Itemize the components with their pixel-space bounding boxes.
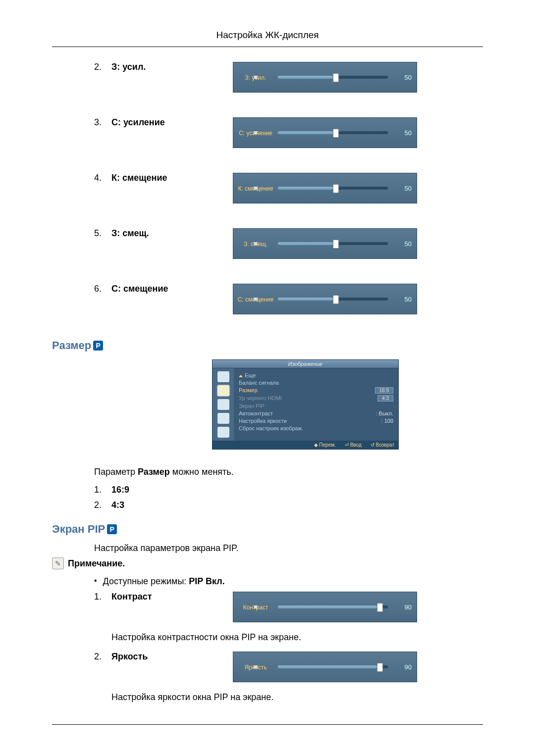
arrow-up-icon: [239, 375, 243, 377]
slider-track[interactable]: [278, 187, 388, 190]
slider-thumb[interactable]: [333, 184, 339, 193]
pip-brightness-desc: Настройка яркости окна PIP на экране.: [111, 692, 483, 703]
osd-footer-return: ↺ Возврат: [371, 442, 394, 448]
osd-icon-4[interactable]: [217, 427, 229, 438]
osd-icon-0[interactable]: [217, 371, 229, 382]
arrow-down-icon: [253, 187, 258, 190]
slider-value: 50: [397, 74, 412, 81]
slider-panel-s-smeshenie: С: смещение 50: [233, 284, 417, 314]
osd-menu-footer: ◆ Перем. ⏎ Ввод ↺ Возврат: [213, 441, 398, 449]
osd-menu-title: Изображение: [213, 360, 398, 368]
slider-panel-contrast: Контраст 90: [233, 592, 417, 622]
pip-intro-text: Настройка параметров экрана PIP.: [94, 543, 483, 554]
slider-fill: [278, 187, 333, 190]
osd-menu-item-reset[interactable]: Сброс настроек изображ.: [239, 425, 393, 431]
slider-thumb[interactable]: [333, 129, 339, 138]
pip-item-contrast-label: Контраст: [111, 592, 152, 602]
slider-track[interactable]: [278, 298, 388, 301]
bullet-icon: •: [94, 576, 97, 587]
osd-menu-item-autocontrast[interactable]: Автоконтраст: Выкл.: [239, 410, 393, 416]
arrow-down-icon: [253, 665, 258, 668]
item-number: 2.: [94, 62, 111, 72]
slider-thumb[interactable]: [377, 603, 383, 612]
slider-track[interactable]: [278, 605, 388, 608]
slider-thumb[interactable]: [333, 73, 339, 82]
osd-menu-item-pip[interactable]: Экран PIP: [239, 403, 393, 409]
divider-bottom: [52, 724, 483, 725]
page-header-title: Настройка ЖК-дисплея: [52, 30, 483, 41]
pip-modes: Доступные режимы: PIP Вкл.: [103, 576, 225, 587]
item-number: 1.: [94, 592, 111, 602]
item-number: 6.: [94, 284, 111, 294]
osd-footer-move: ◆ Перем.: [314, 442, 336, 448]
osd-icon-3[interactable]: [217, 413, 229, 424]
item-number: 2.: [94, 652, 111, 662]
slider-value: 90: [397, 663, 412, 671]
slider-fill: [278, 242, 333, 245]
size-option-1: 16:9: [111, 485, 129, 495]
slider-panel-s-usilenie: С: усиление 50: [233, 117, 417, 148]
slider-thumb[interactable]: [377, 663, 383, 672]
arrow-down-icon: [253, 242, 258, 245]
arrow-down-icon: [253, 76, 258, 79]
slider-track[interactable]: [278, 76, 388, 79]
slider-track[interactable]: [278, 242, 388, 245]
section-title-pip: Экран PIP P: [52, 523, 483, 536]
osd-icon-2[interactable]: [217, 399, 229, 410]
arrow-down-icon: [253, 605, 258, 608]
osd-menu-panel: Изображение Еще Баланс сигнала Размер16:…: [212, 359, 399, 450]
slider-fill: [278, 605, 377, 608]
slider-panel-brightness: Яркость 90: [233, 652, 417, 682]
slider-fill: [278, 298, 333, 301]
slider-panel-k-smeshenie: К: смещение 50: [233, 173, 417, 203]
slider-fill: [278, 131, 333, 134]
item-number: 2.: [94, 500, 111, 510]
item-number: 3.: [94, 117, 111, 128]
osd-footer-enter: ⏎ Ввод: [345, 442, 362, 448]
slider-value: 50: [397, 185, 412, 192]
slider-fill: [278, 665, 377, 668]
item-number: 1.: [94, 485, 111, 495]
slider-track[interactable]: [278, 665, 388, 668]
note-label: Примечание.: [68, 558, 125, 569]
item-number: 5.: [94, 228, 111, 239]
slider-value: 50: [397, 129, 412, 137]
osd-icon-1[interactable]: [217, 385, 229, 396]
slider-thumb[interactable]: [333, 240, 339, 249]
pip-item-brightness-label: Яркость: [111, 652, 148, 662]
slider-panel-z-smesh: З: смещ. 50: [233, 228, 417, 259]
osd-menu-item-size[interactable]: Размер16:9: [239, 387, 393, 394]
item-label: С: смещение: [111, 284, 168, 294]
item-label: К: смещение: [111, 173, 167, 183]
osd-menu-item-brightness[interactable]: Настройка яркости: 100: [239, 418, 393, 424]
pip-contrast-desc: Настройка контрастности окна PIP на экра…: [111, 632, 483, 643]
size-desc: Параметр Размер можно менять.: [94, 467, 483, 477]
item-number: 4.: [94, 173, 111, 183]
item-label: З: усил.: [111, 62, 146, 72]
osd-menu-item-more[interactable]: Еще: [239, 372, 393, 378]
osd-menu-item-signal[interactable]: Баланс сигнала: [239, 380, 393, 386]
slider-fill: [278, 76, 333, 79]
slider-value: 50: [397, 240, 412, 248]
slider-thumb[interactable]: [333, 295, 339, 304]
slider-panel-z-usil: З: усил. 50: [233, 62, 417, 93]
slider-value: 50: [397, 296, 412, 303]
note-icon: ✎: [52, 557, 64, 569]
divider-top: [52, 47, 483, 47]
arrow-down-icon: [253, 131, 258, 134]
p-badge-icon: P: [107, 524, 117, 534]
osd-menu-item-size-alt[interactable]: Ур черного HDMI4:3: [239, 395, 393, 402]
arrow-down-icon: [253, 298, 258, 301]
p-badge-icon: P: [93, 341, 103, 351]
size-option-2: 4:3: [111, 500, 124, 510]
slider-track[interactable]: [278, 131, 388, 134]
section-title-size: Размер P: [52, 339, 483, 352]
item-label: С: усиление: [111, 117, 165, 128]
item-label: З: смещ.: [111, 228, 149, 239]
slider-value: 90: [397, 604, 412, 611]
